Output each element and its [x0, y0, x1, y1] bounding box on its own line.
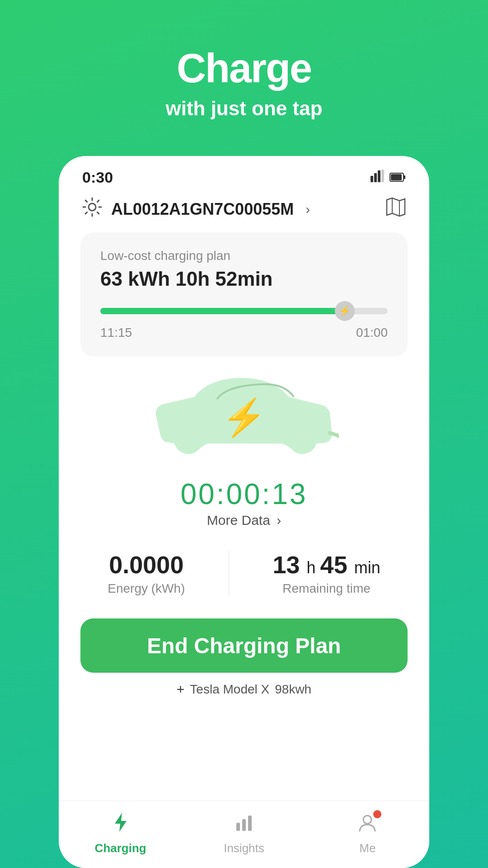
svg-rect-0 — [371, 176, 373, 182]
progress-start-time: 11:15 — [100, 326, 132, 340]
insights-tab-label: Insights — [224, 841, 264, 855]
more-data-chevron-icon: › — [277, 513, 281, 528]
me-icon-wrap — [357, 812, 378, 838]
me-tab-label: Me — [359, 841, 375, 855]
status-bar: 0:30 — [59, 156, 429, 191]
svg-rect-1 — [374, 173, 377, 182]
stats-row: 0.0000 Energy (kWh) 13 h 45 min Remainin… — [59, 533, 429, 605]
plan-value: 63 kWh 10h 52min — [100, 268, 388, 290]
svg-rect-6 — [404, 175, 405, 179]
tab-charging[interactable]: Charging — [59, 812, 182, 855]
tab-bar: Charging Insights — [59, 801, 429, 868]
me-tab-icon — [357, 812, 378, 838]
device-left: AL0012A1GN7C00055M › — [82, 197, 310, 222]
progress-bar: ⚡ — [100, 303, 388, 319]
energy-value: 0.0000 — [109, 551, 183, 579]
signal-icon — [371, 170, 384, 185]
car-section: ⚡ 00:00:13 More Data › — [59, 370, 429, 528]
progress-thumb: ⚡ — [335, 301, 355, 321]
svg-marker-8 — [387, 198, 405, 216]
status-icons — [371, 170, 406, 185]
end-charging-plan-button[interactable]: End Charging Plan — [80, 618, 408, 673]
energy-label: Energy (kWh) — [108, 581, 185, 596]
plan-label: Low-cost charging plan — [100, 249, 388, 263]
stat-divider — [229, 551, 229, 596]
lightning-icon: ⚡ — [338, 305, 351, 317]
svg-rect-14 — [248, 816, 252, 831]
hero-title: Charge — [177, 45, 311, 92]
add-vehicle-row[interactable]: + Tesla Model X 98kwh — [59, 682, 429, 706]
plan-card: Low-cost charging plan 63 kWh 10h 52min … — [80, 232, 408, 356]
car-illustration: ⚡ — [149, 370, 339, 474]
charging-tab-label: Charging — [95, 841, 146, 855]
status-time: 0:30 — [82, 169, 113, 186]
vehicle-name: Tesla Model X — [190, 682, 269, 697]
more-data-link[interactable]: More Data › — [207, 513, 281, 528]
remaining-value: 13 h 45 min — [272, 551, 380, 579]
energy-stat: 0.0000 Energy (kWh) — [108, 551, 185, 596]
charging-timer: 00:00:13 — [180, 477, 307, 511]
phone-card: 0:30 — [59, 156, 429, 868]
svg-rect-2 — [378, 170, 380, 182]
gear-icon[interactable] — [82, 197, 102, 222]
svg-rect-5 — [391, 174, 402, 180]
tab-insights[interactable]: Insights — [182, 812, 305, 855]
battery-icon — [389, 170, 406, 185]
tab-me[interactable]: Me — [306, 812, 429, 855]
svg-rect-3 — [381, 170, 384, 182]
charging-tab-icon — [110, 812, 131, 838]
svg-point-15 — [363, 816, 371, 824]
plan-time: 10h 52min — [175, 268, 272, 290]
progress-fill — [100, 308, 345, 314]
notification-dot — [373, 810, 381, 818]
svg-rect-12 — [236, 823, 240, 831]
map-icon[interactable] — [386, 197, 406, 222]
insights-tab-icon — [234, 812, 254, 838]
progress-end-time: 01:00 — [356, 326, 388, 340]
chevron-right-icon: › — [305, 202, 310, 217]
plus-icon: + — [177, 682, 185, 697]
vehicle-capacity: 98kwh — [275, 682, 311, 697]
svg-rect-13 — [242, 819, 246, 831]
svg-marker-11 — [115, 813, 127, 832]
hero-subtitle: with just one tap — [165, 97, 322, 120]
remaining-label: Remaining time — [282, 581, 371, 596]
progress-track: ⚡ — [100, 308, 388, 314]
progress-times: 11:15 01:00 — [100, 326, 388, 340]
bolt-icon: ⚡ — [221, 396, 267, 439]
remaining-stat: 13 h 45 min Remaining time — [272, 551, 380, 596]
remaining-minutes: 45 — [320, 551, 347, 578]
plan-energy: 63 kWh — [100, 268, 170, 290]
remaining-hours: 13 — [272, 551, 300, 578]
svg-point-7 — [89, 203, 96, 211]
device-id: AL0012A1GN7C00055M — [111, 200, 294, 219]
device-header[interactable]: AL0012A1GN7C00055M › — [59, 191, 429, 228]
